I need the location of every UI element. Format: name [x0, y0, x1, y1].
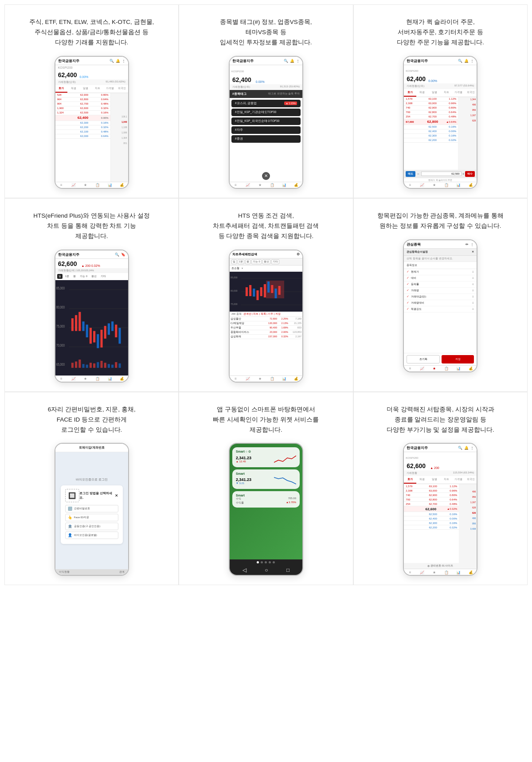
watchlist-item[interactable]: ✓ 거래량 ≡	[404, 288, 477, 294]
confirm-button[interactable]: 저장	[442, 355, 474, 363]
nav-item-1[interactable]: 📈	[416, 367, 428, 371]
tag-item[interactable]: #전일_KSP_외국인순매수TOP30	[231, 117, 301, 125]
tag-item[interactable]: #코스피, 금융업 ▲ 1.15%	[231, 100, 301, 107]
more-icon[interactable]: ⋮	[470, 446, 474, 450]
tab-가격별[interactable]: 가격별	[104, 85, 116, 93]
tab-호가[interactable]: 호가	[404, 89, 416, 97]
nav-item-5[interactable]: 💰	[290, 184, 302, 187]
reset-button[interactable]: 조기화	[407, 355, 440, 363]
price-input[interactable]	[421, 172, 462, 176]
nav-item-1[interactable]: 📈	[416, 571, 428, 574]
chart-ctrl-1분[interactable]: 1분	[64, 274, 70, 279]
nav-item-4[interactable]: 📊	[453, 571, 465, 574]
tab-차트[interactable]: 차트	[92, 85, 104, 93]
nav-item-0[interactable]: ≡	[404, 184, 416, 187]
nav-item-1[interactable]: 📈	[242, 184, 254, 187]
bell-icon[interactable]: 🔔	[464, 446, 469, 450]
chart-ctrl-일[interactable]: 일	[57, 274, 63, 279]
tab-차트[interactable]: 차트	[440, 89, 452, 97]
nav-item-2[interactable]: ★	[428, 571, 440, 574]
tab-가격별[interactable]: 가격별	[453, 89, 465, 97]
filter-0[interactable]: 일	[231, 259, 237, 264]
edit-icon[interactable]: ✏	[466, 242, 469, 246]
nav-item-2[interactable]: ★	[254, 184, 266, 187]
result-row[interactable]: 삼성물산 72,800 2.25% 7,189	[230, 317, 302, 321]
more-icon[interactable]: ⋮	[470, 59, 474, 63]
minus-icon[interactable]: −	[417, 172, 419, 176]
nav-item-5[interactable]: 💰	[465, 184, 477, 187]
tab-일별[interactable]: 일별	[79, 85, 91, 93]
recent-btn[interactable]: □	[286, 567, 289, 573]
nav-item-4[interactable]: 📊	[278, 184, 290, 187]
nav-item-1[interactable]: 📈	[67, 377, 79, 381]
search-icon[interactable]: 🔍	[115, 253, 119, 257]
nav-item-1[interactable]: 📈	[416, 184, 428, 187]
sell-button[interactable]: 매도	[406, 171, 415, 177]
chart-ctrl-봉[interactable]: 봉	[72, 274, 77, 279]
filter-2[interactable]: 봉	[245, 259, 250, 264]
nav-item-2[interactable]: ★	[428, 184, 440, 187]
tag-item[interactable]: #자주	[231, 126, 301, 134]
nav-item-4[interactable]: 📊	[453, 367, 465, 371]
bell-icon[interactable]: 🔔	[290, 59, 294, 63]
nav-item-4[interactable]: 📊	[278, 377, 290, 381]
nav-item-0[interactable]: ≡	[230, 184, 242, 187]
nav-item-5[interactable]: 💰	[290, 377, 302, 381]
watchlist-item[interactable]: ✓ 체결강도 ≡	[404, 306, 477, 313]
tab-호가[interactable]: 호가	[55, 85, 67, 93]
nav-item-5[interactable]: 💰	[465, 367, 477, 371]
nav-item-1[interactable]: 📈	[242, 377, 254, 381]
tab-가격별[interactable]: 가격별	[453, 476, 465, 484]
tab-외국인[interactable]: 외국인	[465, 89, 477, 97]
nav-item-0[interactable]: ≡	[404, 367, 416, 371]
chart-ctrl-봉선[interactable]: 봉선	[90, 274, 98, 279]
more-icon[interactable]: ⋮	[470, 242, 474, 246]
bookmark-icon[interactable]: 🔖	[121, 253, 125, 257]
nav-item-0[interactable]: ≡	[55, 184, 67, 187]
close-icon[interactable]: ✕	[115, 493, 118, 498]
watchlist-item[interactable]: ✓ 현재가 ≡	[404, 269, 477, 275]
nav-item-4[interactable]: 📊	[104, 377, 116, 381]
result-row[interactable]: 삼성화재 157,000 0.32% 2,197	[230, 335, 302, 339]
tab-일별[interactable]: 일별	[428, 476, 440, 484]
filter-4[interactable]: 봉선	[262, 259, 270, 264]
watchlist-item[interactable]: ✓ 거래량대비 ≡	[404, 300, 477, 306]
nav-item-2[interactable]: ★	[79, 184, 91, 187]
nav-item-4[interactable]: 📊	[104, 184, 116, 187]
chart-ctrl-기타[interactable]: 기타	[99, 274, 107, 279]
tab-체결[interactable]: 체결	[416, 476, 428, 484]
nav-item-4[interactable]: 📊	[453, 184, 465, 187]
result-row[interactable]: 두산부품 90,400 1.69% 833	[230, 326, 302, 330]
tab-일별[interactable]: 일별	[428, 89, 440, 97]
watchlist-item[interactable]: ✓ 거래대금(만) ≡	[404, 294, 477, 300]
close-button[interactable]: ✕	[262, 172, 270, 180]
tab-외국인[interactable]: 외국인	[116, 85, 128, 93]
watchlist-item[interactable]: ✓ 대비 ≡	[404, 275, 477, 281]
filter-1[interactable]: 1분	[238, 259, 244, 264]
login-option[interactable]: 👆 Face ID/지문	[65, 514, 118, 521]
watchlist-item[interactable]: ✓ 등락률 ≡	[404, 281, 477, 288]
login-option[interactable]: 👤 바이오인증(글로벌)	[65, 531, 118, 539]
settings-icon[interactable]: ⚙	[297, 252, 300, 256]
tag-item[interactable]: #중권	[231, 135, 301, 143]
tab-호가[interactable]: 호가	[404, 476, 416, 484]
search-icon[interactable]: 🔍	[284, 59, 288, 63]
filter-5[interactable]: 기타	[271, 259, 279, 264]
setup-icon[interactable]: ⚙	[427, 565, 430, 567]
tab-체결[interactable]: 체결	[67, 85, 79, 93]
nav-item-3[interactable]: 📋	[266, 377, 278, 381]
result-row[interactable]: 종합화바이러스 23,000 2.00% 123,853	[230, 330, 302, 335]
bell-icon[interactable]: 🔔	[464, 59, 469, 63]
nav-item-3[interactable]: 📋	[440, 184, 452, 187]
search-icon[interactable]: 🔍	[458, 446, 462, 450]
login-option[interactable]: 🏦 공동인증(구 공인인증)	[65, 523, 118, 530]
nav-item-0[interactable]: ≡	[230, 377, 242, 381]
nav-item-3[interactable]: 📋	[440, 571, 452, 574]
nav-item-1[interactable]: 📈	[67, 184, 79, 187]
bell-icon[interactable]: 🔔	[116, 59, 120, 63]
nav-item-0[interactable]: ≡	[55, 377, 67, 381]
tag-item[interactable]: #전일_KSP_기관순매도TOP30	[231, 109, 301, 116]
login-option[interactable]: 🔢 간편비밀번호	[65, 505, 118, 512]
tab-체결[interactable]: 체결	[416, 89, 428, 97]
nav-item-3[interactable]: 📋	[92, 377, 104, 381]
